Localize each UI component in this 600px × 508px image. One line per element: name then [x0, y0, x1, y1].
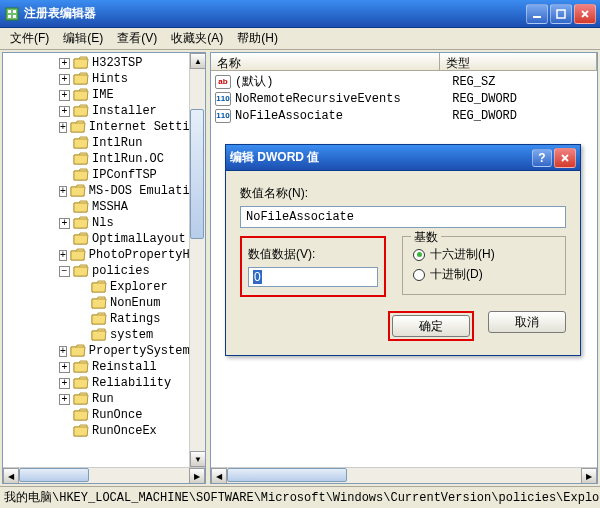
folder-icon	[73, 376, 89, 390]
tree-item[interactable]: Ratings	[3, 311, 189, 327]
folder-icon	[73, 424, 89, 438]
folder-icon	[91, 328, 107, 342]
tree-item[interactable]: −policies	[3, 263, 189, 279]
tree-item-label: Internet Setti	[89, 120, 189, 134]
tree-item-label: system	[110, 328, 153, 342]
scroll-up-button[interactable]: ▲	[190, 53, 205, 69]
menu-fav[interactable]: 收藏夹(A)	[167, 28, 227, 49]
scroll-down-button[interactable]: ▼	[190, 451, 205, 467]
menubar: 文件(F) 编辑(E) 查看(V) 收藏夹(A) 帮助(H)	[0, 28, 600, 50]
list-hscroll-thumb[interactable]	[227, 468, 347, 482]
radio-hex[interactable]: 十六进制(H)	[413, 246, 555, 263]
expander-icon[interactable]: +	[59, 250, 67, 261]
radio-dec[interactable]: 十进制(D)	[413, 266, 555, 283]
tree-item[interactable]: NonEnum	[3, 295, 189, 311]
tree-item[interactable]: +Reliability	[3, 375, 189, 391]
menu-help[interactable]: 帮助(H)	[233, 28, 282, 49]
scroll-left-button[interactable]: ◀	[3, 468, 19, 484]
tree-item[interactable]: +Reinstall	[3, 359, 189, 375]
tree-item[interactable]: +Internet Setti	[3, 119, 189, 135]
col-header-name[interactable]: 名称	[211, 53, 440, 70]
list-hscroll[interactable]: ◀ ▶	[211, 467, 597, 483]
folder-icon	[70, 248, 86, 262]
svg-rect-3	[8, 15, 11, 18]
menu-view[interactable]: 查看(V)	[113, 28, 161, 49]
cancel-button[interactable]: 取消	[488, 311, 566, 333]
tree-item-label: H323TSP	[92, 56, 142, 70]
scroll-left-button[interactable]: ◀	[211, 468, 227, 484]
tree-item[interactable]: +IME	[3, 87, 189, 103]
ok-highlight: 确定	[388, 311, 474, 341]
main-titlebar: 注册表编辑器	[0, 0, 600, 28]
dword-value-icon: 110	[215, 109, 231, 123]
minimize-button[interactable]	[526, 4, 548, 24]
tree-vscroll[interactable]: ▲ ▼	[189, 53, 205, 467]
ok-button[interactable]: 确定	[392, 315, 470, 337]
expander-icon[interactable]: +	[59, 378, 70, 389]
expander-icon[interactable]: +	[59, 90, 70, 101]
col-header-type[interactable]: 类型	[440, 53, 597, 70]
list-row[interactable]: 110NoFileAssociateREG_DWORD	[211, 107, 597, 124]
list-row[interactable]: 110NoRemoteRecursiveEventsREG_DWORD	[211, 90, 597, 107]
folder-icon	[73, 168, 89, 182]
tree-vscroll-thumb[interactable]	[190, 109, 204, 239]
close-button[interactable]	[574, 4, 596, 24]
folder-icon	[73, 408, 89, 422]
tree-item[interactable]: MSSHA	[3, 199, 189, 215]
expander-icon[interactable]: +	[59, 346, 67, 357]
folder-icon	[73, 136, 89, 150]
value-name-field[interactable]: NoFileAssociate	[240, 206, 566, 228]
menu-edit[interactable]: 编辑(E)	[59, 28, 107, 49]
tree-item-label: MSSHA	[92, 200, 128, 214]
value-data-input[interactable]: 0	[248, 267, 378, 287]
tree-item[interactable]: +Hints	[3, 71, 189, 87]
menu-file[interactable]: 文件(F)	[6, 28, 53, 49]
list-row[interactable]: ab(默认)REG_SZ	[211, 73, 597, 90]
expander-icon[interactable]: +	[59, 394, 70, 405]
expander-icon[interactable]: −	[59, 266, 70, 277]
base-legend: 基数	[411, 229, 441, 246]
tree-item[interactable]: IntlRun	[3, 135, 189, 151]
tree-item[interactable]: +MS-DOS Emulati	[3, 183, 189, 199]
tree-item[interactable]: Explorer	[3, 279, 189, 295]
tree-item[interactable]: IPConfTSP	[3, 167, 189, 183]
folder-icon	[73, 72, 89, 86]
expander-icon[interactable]: +	[59, 186, 67, 197]
tree-item[interactable]: +Nls	[3, 215, 189, 231]
tree-item-label: RunOnceEx	[92, 424, 157, 438]
tree-hscroll[interactable]: ◀ ▶	[3, 467, 205, 483]
maximize-button[interactable]	[550, 4, 572, 24]
dialog-help-button[interactable]: ?	[532, 149, 552, 167]
expander-icon[interactable]: +	[59, 362, 70, 373]
tree-item[interactable]: system	[3, 327, 189, 343]
scroll-right-button[interactable]: ▶	[581, 468, 597, 484]
expander-icon[interactable]: +	[59, 74, 70, 85]
tree-item-label: Reliability	[92, 376, 171, 390]
expander-icon[interactable]: +	[59, 106, 70, 117]
tree-item[interactable]: RunOnceEx	[3, 423, 189, 439]
tree-item[interactable]: IntlRun.OC	[3, 151, 189, 167]
tree-hscroll-thumb[interactable]	[19, 468, 89, 482]
string-value-icon: ab	[215, 75, 231, 89]
tree-item[interactable]: +Installer	[3, 103, 189, 119]
tree-item[interactable]: OptimalLayout	[3, 231, 189, 247]
dialog-titlebar[interactable]: 编辑 DWORD 值 ?	[226, 145, 580, 171]
dialog-close-button[interactable]	[554, 148, 576, 168]
tree-item[interactable]: +PhotoPropertyH	[3, 247, 189, 263]
scroll-right-button[interactable]: ▶	[189, 468, 205, 484]
tree-item[interactable]: +Run	[3, 391, 189, 407]
folder-icon	[73, 392, 89, 406]
tree-item[interactable]: RunOnce	[3, 407, 189, 423]
tree-item[interactable]: +PropertySystem	[3, 343, 189, 359]
expander-icon[interactable]: +	[59, 58, 70, 69]
radio-hex-label: 十六进制(H)	[430, 246, 495, 263]
svg-rect-4	[13, 15, 16, 18]
value-name-label: 数值名称(N):	[240, 185, 566, 202]
expander-icon[interactable]: +	[59, 218, 70, 229]
tree-item[interactable]: +H323TSP	[3, 55, 189, 71]
tree-item-label: Explorer	[110, 280, 168, 294]
tree-body[interactable]: +H323TSP+Hints+IME+Installer+Internet Se…	[3, 53, 189, 467]
statusbar: 我的电脑\HKEY_LOCAL_MACHINE\SOFTWARE\Microso…	[0, 486, 600, 506]
tree-item-label: Installer	[92, 104, 157, 118]
expander-icon[interactable]: +	[59, 122, 67, 133]
